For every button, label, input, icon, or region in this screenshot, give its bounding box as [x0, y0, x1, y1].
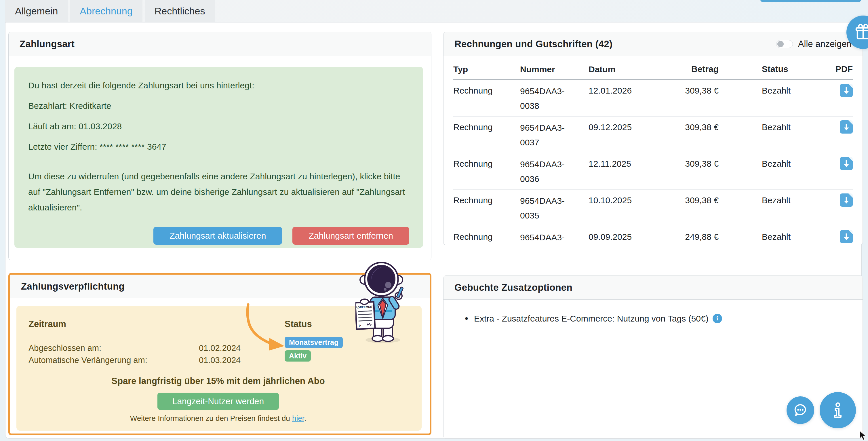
cell-status: Bezahlt	[762, 157, 819, 171]
active-status-badge: Aktiv	[285, 350, 311, 361]
invoice-row: Rechnung 9654DAA3-0034 09.09.2025 249,88…	[453, 226, 853, 245]
tab-rechtliches[interactable]: Rechtliches	[145, 0, 215, 22]
chat-bubble-icon	[793, 403, 808, 418]
info-icon	[829, 401, 847, 419]
pdf-download-icon	[840, 120, 853, 134]
tab-allgemein[interactable]: Allgemein	[5, 0, 68, 22]
cell-betrag: 309,38 €	[661, 84, 719, 97]
top-action-button[interactable]	[760, 0, 861, 2]
monthly-contract-badge: Monatsvertrag	[285, 337, 343, 348]
payment-obligation-title: Zahlungsverpflichtung	[21, 281, 125, 292]
pdf-download-button[interactable]	[840, 194, 853, 207]
content-card: Zahlungsart Du hast derzeit die folgende…	[5, 23, 862, 439]
payment-method-title: Zahlungsart	[20, 38, 74, 50]
pricing-info-suffix: .	[304, 414, 306, 422]
col-status: Status	[762, 64, 819, 74]
col-nummer: Nummer	[520, 64, 569, 75]
payment-method-header: Zahlungsart	[9, 32, 431, 56]
pricing-info-prefix: Weitere Informationen zu den Preisen fin…	[130, 414, 292, 422]
invoices-panel: Rechnungen und Gutschriften (42) Alle an…	[443, 32, 863, 245]
cell-typ: Rechnung	[453, 120, 520, 134]
payment-buttons-row: Zahlungsart aktualisieren Zahlungsart en…	[28, 227, 409, 245]
tab-bar: Allgemein Abrechnung Rechtliches	[5, 0, 862, 23]
pricing-info-link[interactable]: hier	[292, 414, 304, 422]
mascot-astronaut-illustration: AGREEMENT P	[355, 259, 407, 344]
cell-betrag: 309,38 €	[661, 120, 719, 134]
payment-method-panel: Zahlungsart Du hast derzeit die folgende…	[8, 32, 431, 260]
concluded-label: Abgeschlossen am:	[29, 344, 199, 353]
invoices-header: Rechnungen und Gutschriften (42) Alle an…	[443, 32, 863, 56]
cell-typ: Rechnung	[453, 230, 520, 244]
obligation-row: Automatische Verlängerung am: 01.03.2024	[29, 354, 285, 366]
col-betrag: Betrag	[661, 64, 719, 74]
col-datum: Datum	[589, 64, 661, 75]
cell-nummer: 9654DAA3-0037	[520, 120, 569, 150]
cell-typ: Rechnung	[453, 157, 520, 171]
addon-item: Extra - Zusatzfeatures E-Commerce: Nutzu…	[465, 313, 851, 324]
cell-datum: 12.01.2026	[589, 84, 661, 97]
cell-status: Bezahlt	[762, 120, 819, 134]
pdf-download-icon	[840, 157, 853, 170]
invoices-table-head: Typ Nummer Datum Betrag Status PDF	[453, 64, 853, 80]
addons-title: Gebuchte Zusatzoptionen	[455, 282, 572, 293]
renewal-label: Automatische Verlängerung am:	[29, 355, 199, 365]
cell-nummer: 9654DAA3-0035	[520, 194, 569, 223]
period-header: Zeitraum	[29, 319, 285, 329]
become-longterm-user-button[interactable]: Langzeit-Nutzer werden	[157, 393, 279, 410]
help-info-button[interactable]	[820, 392, 856, 428]
invoice-row: Rechnung 9654DAA3-0038 12.01.2026 309,38…	[453, 80, 853, 117]
toggle-knob	[777, 41, 784, 47]
cell-datum: 10.10.2025	[589, 194, 661, 207]
pdf-download-button[interactable]	[840, 157, 853, 170]
cell-typ: Rechnung	[453, 194, 520, 207]
invoice-row: Rechnung 9654DAA3-0037 09.12.2025 309,38…	[453, 117, 853, 153]
invoices-table: Typ Nummer Datum Betrag Status PDF Rechn…	[453, 64, 853, 245]
cell-datum: 12.11.2025	[589, 157, 661, 171]
update-payment-button[interactable]: Zahlungsart aktualisieren	[153, 227, 282, 245]
col-pdf: PDF	[819, 64, 853, 74]
cell-status: Bezahlt	[762, 230, 819, 244]
pdf-download-icon	[840, 84, 853, 97]
payment-digits-line: Letzte vier Ziffern: **** **** **** 3647	[28, 141, 409, 153]
chat-support-button[interactable]	[786, 396, 814, 424]
invoice-row: Rechnung 9654DAA3-0036 12.11.2025 309,38…	[453, 153, 853, 190]
cell-status: Bezahlt	[762, 194, 819, 207]
cell-status: Bezahlt	[762, 84, 819, 97]
invoices-title: Rechnungen und Gutschriften (42)	[455, 38, 613, 50]
renewal-value: 01.03.2024	[199, 355, 241, 365]
mouse-cursor	[859, 431, 867, 441]
pdf-download-icon	[840, 194, 853, 207]
concluded-value: 01.02.2024	[199, 344, 241, 353]
cell-datum: 09.09.2025	[589, 230, 661, 244]
cell-datum: 09.12.2025	[589, 120, 661, 134]
cell-betrag: 249,88 €	[661, 230, 719, 244]
payment-method-info-box: Du hast derzeit die folgende Zahlungsart…	[14, 67, 423, 248]
pdf-download-button[interactable]	[840, 120, 853, 134]
svg-text:P: P	[359, 324, 361, 328]
addon-label: Extra - Zusatzfeatures E-Commerce: Nutzu…	[474, 314, 709, 324]
info-icon[interactable]: i	[713, 314, 722, 323]
col-typ: Typ	[453, 64, 520, 75]
payment-revoke-paragraph: Um diese zu widerrufen (und gegebenenfal…	[28, 169, 409, 215]
pdf-download-button[interactable]	[840, 230, 853, 243]
payment-expiry-line: Läuft ab am: 01.03.2028	[28, 120, 409, 133]
payment-type-line: Bezahlart: Kreditkarte	[28, 100, 409, 112]
gift-icon	[855, 24, 868, 40]
pdf-download-button[interactable]	[840, 84, 853, 97]
pdf-download-icon	[840, 230, 853, 243]
tab-abrechnung[interactable]: Abrechnung	[70, 0, 142, 22]
payment-current-line: Du hast derzeit die folgende Zahlungsart…	[28, 80, 409, 92]
obligation-row: Abgeschlossen am: 01.02.2024	[29, 342, 285, 354]
cell-typ: Rechnung	[453, 84, 520, 97]
cell-betrag: 309,38 €	[661, 157, 719, 171]
remove-payment-button[interactable]: Zahlungsart entfernen	[292, 227, 409, 245]
addons-header: Gebuchte Zusatzoptionen	[443, 275, 863, 300]
annual-promo-text: Spare langfristig über 15% mit dem jährl…	[29, 376, 408, 386]
invoice-row: Rechnung 9654DAA3-0035 10.10.2025 309,38…	[453, 190, 853, 226]
pricing-info-line: Weitere Informationen zu den Preisen fin…	[29, 414, 408, 423]
show-all-toggle[interactable]	[776, 40, 793, 48]
cell-nummer: 9654DAA3-0038	[520, 84, 569, 113]
cell-nummer: 9654DAA3-0036	[520, 157, 569, 186]
show-all-label: Alle anzeigen	[798, 39, 851, 49]
cell-betrag: 309,38 €	[661, 194, 719, 207]
